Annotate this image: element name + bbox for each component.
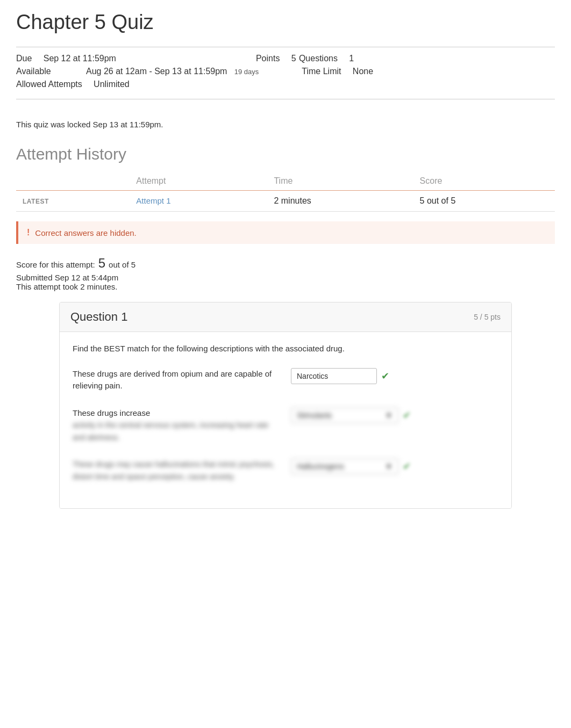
meta-row-due: Due Sep 12 at 11:59pm Points 5 Questions…: [16, 54, 555, 63]
answer-box-2: Stimulants ▼: [291, 407, 398, 423]
blurred-left-2: activity in the central nervous system, …: [73, 421, 268, 442]
answer-box-1: Narcotics: [291, 368, 377, 384]
attempt-score: 5 out of 5: [413, 191, 555, 212]
answer-text-3: Hallucinogens: [297, 462, 344, 471]
answer-text-2: Stimulants: [297, 411, 332, 420]
attempt-row: LATEST Attempt 1 2 minutes 5 out of 5: [16, 191, 555, 212]
latest-label: LATEST: [23, 198, 49, 205]
col-score: Score: [413, 172, 555, 191]
quiz-meta-section: Due Sep 12 at 11:59pm Points 5 Questions…: [16, 47, 555, 99]
attempt-link[interactable]: Attempt 1: [136, 196, 170, 205]
correct-icon-3: ✔: [403, 460, 411, 472]
question-title: Question 1: [70, 310, 127, 324]
matching-left-text-2: These drugs increase: [73, 408, 150, 417]
question-card: Question 1 5 / 5 pts Find the BEST match…: [59, 302, 512, 509]
banner-text: Correct answers are hidden.: [35, 228, 136, 237]
question-prompt: Find the BEST match for the following de…: [73, 343, 498, 355]
answer-text-1: Narcotics: [297, 372, 328, 380]
score-number: 5: [98, 256, 105, 271]
matching-left-2: These drugs increase activity in the cen…: [73, 407, 280, 444]
available-value: Aug 26 at 12am - Sep 13 at 11:59pm: [86, 67, 227, 76]
score-section: Score for this attempt: 5 out of 5 Submi…: [16, 254, 555, 302]
attempt-history-title: Attempt History: [16, 145, 555, 163]
time-limit-label: Time Limit: [302, 67, 345, 76]
warning-icon: !: [27, 228, 30, 237]
attempt-time: 2 minutes: [267, 191, 413, 212]
blurred-left-3: These drugs may cause hallucinations tha…: [73, 460, 274, 481]
correct-icon-2: ✔: [403, 409, 411, 421]
meta-row-attempts: Allowed Attempts Unlimited: [16, 80, 555, 89]
points-value: 5: [291, 54, 296, 63]
available-sub: 19 days: [234, 68, 259, 76]
matching-row-3: These drugs may cause hallucinations tha…: [73, 458, 498, 482]
col-time: Time: [267, 172, 413, 191]
locked-message: This quiz was locked Sep 13 at 11:59pm.: [16, 110, 555, 145]
question-pts: 5 / 5 pts: [474, 313, 501, 321]
matching-right-2: Stimulants ▼ ✔: [291, 407, 498, 423]
due-label: Due: [16, 54, 36, 63]
time-limit-value: None: [353, 67, 373, 76]
matching-right-3: Hallucinogens ▼ ✔: [291, 458, 498, 474]
answer-arrow-3: ▼: [385, 462, 392, 471]
allowed-attempts-label: Allowed Attempts: [16, 80, 87, 89]
submitted-text: Submitted Sep 12 at 5:44pm: [16, 273, 555, 282]
matching-left-3: These drugs may cause hallucinations tha…: [73, 458, 280, 482]
col-empty: [16, 172, 130, 191]
allowed-attempts-value: Unlimited: [94, 80, 130, 89]
question-body: Find the BEST match for the following de…: [60, 332, 511, 508]
col-attempt: Attempt: [130, 172, 267, 191]
meta-row-available: Available Aug 26 at 12am - Sep 13 at 11:…: [16, 67, 555, 76]
correct-answers-banner: ! Correct answers are hidden.: [16, 221, 555, 244]
took-text: This attempt took 2 minutes.: [16, 282, 555, 291]
points-label: Points: [256, 54, 284, 63]
answer-box-3: Hallucinogens ▼: [291, 458, 398, 474]
due-value: Sep 12 at 11:59pm: [44, 54, 116, 63]
score-line: Score for this attempt: 5 out of 5: [16, 256, 555, 271]
score-label: Score for this attempt:: [16, 260, 95, 269]
matching-row-2: These drugs increase activity in the cen…: [73, 407, 498, 444]
questions-value: 1: [349, 54, 354, 63]
matching-left-1: These drugs are derived from opium and a…: [73, 368, 280, 392]
available-label: Available: [16, 67, 55, 76]
matching-right-1: Narcotics ✔: [291, 368, 498, 384]
correct-icon-1: ✔: [381, 370, 389, 382]
answer-arrow-2: ▼: [385, 411, 392, 420]
question-header: Question 1 5 / 5 pts: [60, 302, 511, 332]
score-out-of: out of 5: [109, 260, 135, 269]
questions-label: Questions: [299, 54, 342, 63]
page-title: Chapter 5 Quiz: [16, 11, 555, 34]
matching-row-1: These drugs are derived from opium and a…: [73, 368, 498, 392]
attempt-history-table: Attempt Time Score LATEST Attempt 1 2 mi…: [16, 172, 555, 212]
